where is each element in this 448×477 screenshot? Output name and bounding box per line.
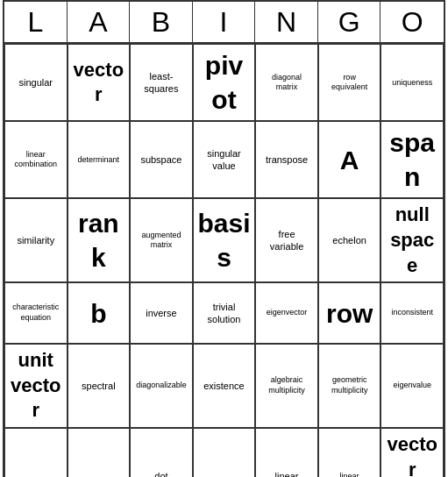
bingo-header: LABINGO [4,2,444,44]
grid-cell: subspace [130,121,193,198]
grid-cell: trivialsolution [193,282,256,344]
grid-cell: inverse [130,282,193,344]
grid-cell: basis [193,198,256,282]
grid-cell: eigenvalue [380,344,444,428]
cell-text: linearindependent [328,472,372,477]
grid-cell: eigenspace [68,428,131,477]
grid-cell: characteristicequation [4,282,68,344]
header-cell: B [130,2,193,42]
cell-text: subspace [140,153,181,166]
cell-text: linearsystem [272,470,302,477]
grid-cell: row [318,282,381,344]
cell-text: nullspace [385,203,439,278]
grid-cell: spectral [68,344,131,428]
grid-cell: linearindependent [318,428,381,477]
bingo-card: LABINGO singularvectorleast-squarespivot… [3,0,445,477]
cell-text: diagonalizable [136,381,187,391]
bingo-grid: singularvectorleast-squarespivotdiagonal… [4,44,444,477]
grid-cell: A [318,121,381,198]
grid-cell: rank [68,198,131,282]
grid-cell: unitvector [4,344,68,428]
cell-text: span [385,125,439,194]
grid-cell: freevariable [255,198,318,282]
cell-text: vectorspace [385,432,439,477]
grid-cell: vectorspace [380,428,444,477]
grid-cell: singularvalue [193,121,256,198]
cell-text: determinant [78,155,120,166]
grid-cell: linearcombination [4,121,68,198]
cell-text: algebraicmultiplicity [268,375,305,395]
cell-text: basis [197,206,252,274]
cell-text: A [340,143,359,177]
grid-cell: dotproduct [130,428,193,477]
cell-text: eigenvector [267,308,308,318]
header-cell: A [68,2,131,42]
cell-text: augmentedmatrix [141,231,181,251]
header-cell: G [318,2,381,42]
cell-text: least-squares [144,70,178,96]
cell-text: pivot [197,48,252,117]
cell-text: geometricmultiplicity [331,375,368,395]
cell-text: rowequivalent [331,73,367,93]
cell-text: diagonalmatrix [272,73,302,93]
cell-text: transpose [266,153,308,166]
grid-cell: b [68,282,131,344]
grid-cell: vector [68,44,131,121]
cell-text: inconsistent [391,308,433,318]
header-cell: L [4,2,68,42]
cell-text: spectral [82,380,116,392]
grid-cell: existence [193,344,256,428]
grid-cell: augmentedmatrix [130,198,193,282]
grid-cell: span [380,121,444,198]
cell-text: freevariable [270,228,304,253]
grid-cell: column [4,428,68,477]
cell-text: uniqueness [392,78,432,89]
grid-cell: diagonalizable [130,344,193,428]
cell-text: unitvector [9,348,63,424]
grid-cell: semidefinite [193,428,256,477]
grid-cell: uniqueness [380,44,444,121]
cell-text: dotproduct [146,470,178,477]
cell-text: singular [19,76,53,89]
grid-cell: algebraicmultiplicity [255,344,318,428]
grid-cell: pivot [193,44,256,121]
grid-cell: similarity [4,198,68,282]
grid-cell: transpose [255,121,318,198]
cell-text: linearcombination [15,150,58,170]
header-cell: N [255,2,318,42]
grid-cell: nullspace [380,198,444,282]
cell-text: existence [203,380,244,392]
grid-cell: singular [4,44,68,121]
header-cell: O [380,2,444,42]
cell-text: vector [72,58,126,108]
cell-text: eigenvalue [393,381,431,391]
cell-text: inverse [146,307,176,319]
header-cell: I [193,2,256,42]
grid-cell: diagonalmatrix [255,44,318,121]
cell-text: b [90,296,106,331]
grid-cell: echelon [318,198,381,282]
cell-text: row [326,296,373,331]
cell-text: characteristicequation [12,303,59,323]
grid-cell: least-squares [130,44,193,121]
grid-cell: geometricmultiplicity [318,344,381,428]
cell-text: rank [72,206,126,274]
cell-text: singularvalue [207,147,241,173]
grid-cell: rowequivalent [318,44,381,121]
cell-text: trivialsolution [208,301,241,326]
grid-cell: inconsistent [380,282,444,344]
cell-text: echelon [332,234,366,246]
grid-cell: linearsystem [255,428,318,477]
grid-cell: eigenvector [255,282,318,344]
cell-text: similarity [17,234,54,246]
grid-cell: determinant [68,121,131,198]
